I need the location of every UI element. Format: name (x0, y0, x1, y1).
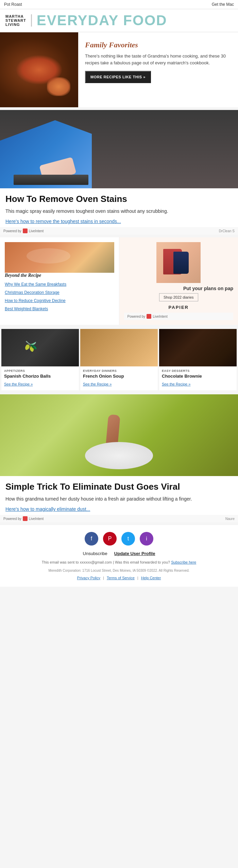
oven-ad-link[interactable]: Here's how to remove the toughest stains… (5, 219, 121, 224)
email-info-text: This email was sent to xxxxxx@gmail.com … (42, 560, 170, 564)
divider2: | (137, 576, 138, 580)
pan (14, 175, 88, 185)
papier-logo: PAPIER (169, 305, 189, 310)
facebook-icon[interactable]: f (85, 532, 98, 546)
footer-legal: Meredith Corporation: 1716 Locust Street… (5, 568, 233, 573)
dust-ad-heading: Simple Trick To Eliminate Dust Goes Vira… (5, 482, 233, 492)
powered-by-label: Powered by (3, 229, 21, 233)
dust-ad-description: How this grandma turned her dusty house … (5, 495, 233, 503)
papier-livintent-badge: Powered by LiveIntent (128, 314, 168, 319)
brownie-link[interactable]: See the Recipe » (162, 382, 190, 386)
footer-links: Unsubscribe Update User Profile (5, 551, 233, 556)
chorizo-image (1, 329, 79, 366)
chorizo-link[interactable]: See the Recipe » (4, 382, 33, 386)
social-icons: f P t i (5, 532, 233, 546)
site-header: MARTHA STEWART LIVING EVERYDAY FOOD (0, 9, 238, 32)
recipe-cards-section: APPETIZERS Spanish Chorizo Balls See the… (0, 328, 238, 392)
papier-powered-by-label: Powered by (128, 315, 146, 318)
brand-line3: LIVING (5, 22, 26, 27)
divider1: | (103, 576, 104, 580)
get-mac-link[interactable]: Get the Mac (212, 2, 234, 7)
livintent-name: LiveIntent (29, 229, 44, 233)
recipe-card-brownie: EASY DESSERTS Chocolate Brownie See the … (159, 329, 237, 390)
top-bar: Pot Roast Get the Mac (0, 0, 238, 9)
chorizo-card-body: APPETIZERS Spanish Chorizo Balls See the… (1, 366, 79, 390)
dust-powered-by-label: Powered by (3, 517, 21, 521)
terms-of-service-link[interactable]: Terms of Service (107, 576, 135, 580)
french-onion-link[interactable]: See the Recipe » (83, 382, 112, 386)
recipe-card-chorizo: APPETIZERS Spanish Chorizo Balls See the… (1, 329, 79, 390)
brownie-title: Chocolate Brownie (162, 374, 234, 379)
beyond-recipe-heading: Beyond the Recipe (5, 273, 114, 278)
beyond-link-1[interactable]: Why We Eat the Same Breakfasts (5, 282, 66, 287)
oven-image (0, 110, 238, 188)
beyond-recipe-image (5, 242, 114, 273)
brand-line2: STEWART (5, 18, 26, 22)
french-onion-card-body: EVERYDAY DINNERS French Onion Soup See t… (80, 366, 158, 390)
list-item: Best Weighted Blankets (5, 305, 114, 312)
chorizo-title: Spanish Chorizo Balls (4, 374, 76, 379)
dust-image (0, 394, 238, 476)
brownie-image (159, 329, 237, 366)
papier-livintent-name: LiveIntent (153, 315, 167, 318)
dust-ad-link[interactable]: Here's how to magically eliminate dust..… (5, 506, 90, 512)
papier-ad-section: Put your plans on pap Shop 2022 diaries … (119, 237, 238, 325)
brand-line1: MARTHA (5, 14, 26, 18)
papier-book2 (173, 252, 189, 274)
french-onion-title: French Onion Soup (83, 374, 155, 379)
oven-brand: DrClean S (219, 229, 235, 233)
recipe-card-french-onion: EVERYDAY DINNERS French Onion Soup See t… (80, 329, 158, 390)
footer: f P t i Unsubscribe Update User Profile … (0, 525, 238, 587)
instagram-icon[interactable]: i (140, 532, 153, 546)
beyond-link-2[interactable]: Christmas Decoration Storage (5, 290, 60, 295)
brownie-card-body: EASY DESSERTS Chocolate Brownie See the … (159, 366, 237, 390)
papier-livintent-icon (147, 314, 151, 319)
chorizo-category: APPETIZERS (4, 369, 76, 373)
papier-image (156, 242, 201, 283)
french-onion-image (80, 329, 158, 366)
list-item: How to Reduce Cognitive Decline (5, 297, 114, 303)
brownie-category: EASY DESSERTS (162, 369, 234, 373)
dust-brand: Naure (225, 517, 235, 521)
footer-email-info: This email was sent to xxxxxx@gmail.com … (5, 559, 233, 565)
pinterest-icon[interactable]: P (103, 532, 117, 546)
family-favorites-section: Family Favorites There's nothing like th… (0, 32, 238, 107)
list-item: Christmas Decoration Storage (5, 289, 114, 295)
family-favorites-heading: Family Favorites (85, 41, 231, 49)
oven-powered-by-bar: Powered by LiveIntent DrClean S (0, 227, 238, 235)
brand-left: MARTHA STEWART LIVING (5, 14, 32, 27)
family-favorites-description: There's nothing like the taste of Grandm… (85, 53, 231, 66)
privacy-policy-link[interactable]: Privacy Policy (77, 576, 100, 580)
pot-roast-link[interactable]: Pot Roast (4, 2, 22, 7)
french-onion-category: EVERYDAY DINNERS (83, 369, 155, 373)
subscribe-here-link[interactable]: Subscribe here (171, 560, 196, 564)
beyond-recipe-section: Beyond the Recipe Why We Eat the Same Br… (0, 237, 119, 325)
footer-policy-links: Privacy Policy | Terms of Service | Help… (5, 576, 233, 580)
beyond-link-3[interactable]: How to Reduce Cognitive Decline (5, 298, 66, 303)
beyond-link-4[interactable]: Best Weighted Blankets (5, 306, 48, 311)
livintent-badge: Powered by LiveIntent (3, 228, 44, 233)
papier-text: Put your plans on pap (124, 286, 234, 291)
papier-powered-by-bar: Powered by LiveIntent (124, 313, 234, 320)
dust-livintent-icon (23, 516, 28, 521)
update-profile-link[interactable]: Update User Profile (114, 551, 155, 556)
dust-ad-section: Simple Trick To Eliminate Dust Goes Vira… (0, 394, 238, 522)
dust-powered-by-bar: Powered by LiveIntent Naure (0, 515, 238, 522)
oven-stains-ad: How To Remove Oven Stains This magic spr… (0, 110, 238, 235)
dust-livintent-badge: Powered by LiveIntent (3, 516, 44, 521)
more-recipes-button[interactable]: MORE RECIPES LIKE THIS » (85, 71, 151, 83)
twitter-icon[interactable]: t (121, 532, 135, 546)
two-col-ads-section: Beyond the Recipe Why We Eat the Same Br… (0, 237, 238, 325)
finger (106, 414, 120, 446)
oven-ad-description: This magic spray easily removes toughest… (5, 208, 233, 215)
oven-ad-content: How To Remove Oven Stains This magic spr… (0, 188, 238, 227)
family-favorites-image (0, 32, 78, 107)
help-center-link[interactable]: Help Center (141, 576, 161, 580)
dust-livintent-name: LiveIntent (29, 517, 44, 521)
list-item: Why We Eat the Same Breakfasts (5, 281, 114, 287)
papier-shop-button[interactable]: Shop 2022 diaries (159, 293, 198, 301)
magazine-title: EVERYDAY FOOD (37, 13, 167, 28)
oven-ad-heading: How To Remove Oven Stains (5, 194, 233, 204)
unsubscribe-link[interactable]: Unsubscribe (83, 551, 107, 556)
livintent-icon (23, 228, 28, 233)
